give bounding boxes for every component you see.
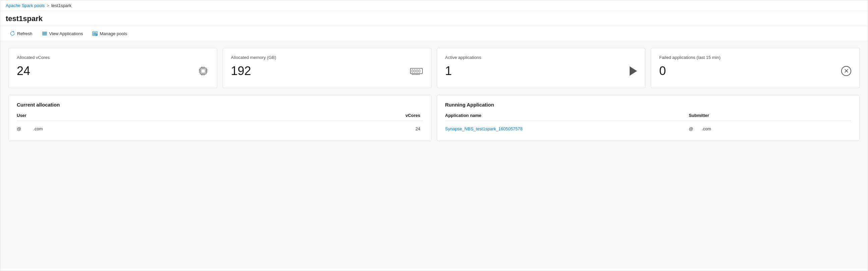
bottom-section: Current allocation User vCores @ .com 24 bbox=[8, 95, 860, 141]
running-row: Synapse_NBS_test1spark_1605057578 @ .com bbox=[445, 124, 851, 134]
manage-pools-icon bbox=[92, 31, 98, 36]
allocation-user-domain: .com bbox=[33, 126, 42, 131]
breadcrumb-bar: Apache Spark pools > test1spark bbox=[0, 0, 868, 11]
refresh-button[interactable]: Refresh bbox=[6, 29, 36, 38]
allocation-col-vcores: vCores bbox=[319, 113, 423, 118]
chip-icon bbox=[197, 65, 209, 77]
allocation-panel: Current allocation User vCores @ .com 24 bbox=[8, 95, 432, 141]
refresh-icon bbox=[10, 31, 15, 36]
metric-card-allocated-vcores: Allocated vCores 24 bbox=[8, 48, 217, 88]
metric-label-vcores: Allocated vCores bbox=[17, 55, 209, 60]
breadcrumb-current: test1spark bbox=[51, 3, 71, 8]
metric-cards: Allocated vCores 24 bbox=[8, 48, 860, 88]
svg-rect-1 bbox=[42, 33, 47, 34]
metric-value-memory: 192 bbox=[231, 64, 251, 78]
metric-value-row-vcores: 24 bbox=[17, 64, 209, 78]
allocation-title: Current allocation bbox=[17, 102, 423, 107]
metric-label-active: Active applications bbox=[445, 55, 637, 60]
metric-card-failed-apps: Failed applications (last 15 min) 0 ✕ bbox=[651, 48, 860, 88]
metric-value-row-memory: 192 bbox=[231, 64, 423, 78]
svg-rect-12 bbox=[201, 69, 205, 73]
refresh-label: Refresh bbox=[17, 31, 33, 36]
breadcrumb-separator: > bbox=[46, 3, 49, 8]
metric-label-failed: Failed applications (last 15 min) bbox=[659, 55, 851, 60]
toolbar: Refresh View Applications bbox=[0, 26, 868, 41]
metric-value-row-failed: 0 ✕ bbox=[659, 64, 851, 78]
metric-card-active-apps: Active applications 1 bbox=[437, 48, 646, 88]
play-icon bbox=[630, 66, 637, 76]
svg-rect-28 bbox=[416, 70, 418, 72]
main-content: Allocated vCores 24 bbox=[0, 41, 868, 269]
x-circle-icon: ✕ bbox=[841, 66, 851, 76]
page-title: test1spark bbox=[6, 14, 862, 23]
view-apps-icon bbox=[42, 31, 47, 36]
svg-rect-2 bbox=[42, 34, 47, 35]
svg-rect-29 bbox=[419, 70, 420, 72]
svg-rect-7 bbox=[93, 34, 95, 35]
allocation-user-at: @ bbox=[17, 126, 21, 131]
running-table-header: Application name Submitter bbox=[445, 113, 851, 121]
running-submitter-domain: .com bbox=[702, 126, 711, 131]
running-col-appname: Application name bbox=[445, 113, 689, 118]
manage-pools-label: Manage pools bbox=[100, 31, 127, 36]
allocation-col-user: User bbox=[17, 113, 319, 118]
metric-value-vcores: 24 bbox=[17, 64, 30, 78]
view-applications-label: View Applications bbox=[49, 31, 83, 36]
metric-card-allocated-memory: Allocated memory (GB) 192 bbox=[223, 48, 432, 88]
page-title-bar: test1spark bbox=[0, 11, 868, 26]
breadcrumb-parent-link[interactable]: Apache Spark pools bbox=[6, 3, 44, 8]
running-panel: Running Application Application name Sub… bbox=[437, 95, 860, 141]
running-title: Running Application bbox=[445, 102, 851, 107]
running-app-name: Synapse_NBS_test1spark_1605057578 bbox=[445, 126, 689, 131]
svg-rect-27 bbox=[414, 70, 415, 72]
metric-value-failed: 0 bbox=[659, 64, 666, 78]
svg-rect-6 bbox=[93, 34, 97, 34]
allocation-vcores-value: 24 bbox=[319, 126, 423, 131]
page-wrapper: Apache Spark pools > test1spark test1spa… bbox=[0, 0, 868, 271]
allocation-row: @ .com 24 bbox=[17, 124, 423, 134]
running-col-submitter: Submitter bbox=[689, 113, 851, 118]
allocation-table-header: User vCores bbox=[17, 113, 423, 121]
running-submitter: @ .com bbox=[689, 126, 851, 131]
svg-rect-5 bbox=[93, 33, 97, 33]
allocation-user: @ .com bbox=[17, 126, 319, 131]
metric-value-row-active: 1 bbox=[445, 64, 637, 78]
svg-rect-26 bbox=[412, 70, 413, 72]
metric-label-memory: Allocated memory (GB) bbox=[231, 55, 423, 60]
running-submitter-at: @ bbox=[689, 126, 693, 131]
running-app-link[interactable]: Synapse_NBS_test1spark_1605057578 bbox=[445, 126, 523, 131]
manage-pools-button[interactable]: Manage pools bbox=[88, 29, 131, 38]
metric-value-active: 1 bbox=[445, 64, 452, 78]
ram-icon bbox=[410, 66, 423, 76]
view-applications-button[interactable]: View Applications bbox=[38, 29, 87, 38]
